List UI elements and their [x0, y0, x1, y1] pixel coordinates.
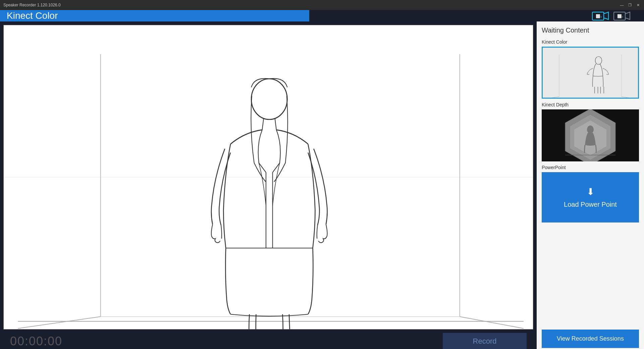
close-button[interactable]: ✕ [635, 2, 641, 8]
camera1-icon[interactable]: ⬜₁ [592, 10, 609, 21]
restore-button[interactable]: ❐ [627, 2, 633, 8]
kinect-color-label: Kinect Color [542, 39, 639, 45]
record-button[interactable]: Record [443, 333, 527, 349]
depth-hexagon [542, 109, 639, 161]
header-icons: ⬜₁ ⬜₂ [592, 10, 631, 21]
kinect-depth-section: Kinect Depth [542, 102, 639, 161]
kinect-depth-label: Kinect Depth [542, 102, 639, 107]
svg-marker-4 [625, 12, 630, 19]
app-title: Speaker Recorder 1.120.1026.0 [3, 3, 61, 7]
load-powerpoint-button[interactable]: ⬇ Load Power Point [542, 172, 639, 222]
video-display [3, 25, 533, 330]
window-controls: — ❐ ✕ [619, 2, 641, 8]
kinect-color-thumbnail [542, 47, 639, 99]
timer-display: 00:00:00 [10, 334, 436, 348]
svg-marker-1 [604, 12, 608, 19]
bottom-bar: 00:00:00 Record [3, 330, 533, 349]
camera2-icon[interactable]: ⬜₂ [613, 10, 631, 21]
title-bar: Speaker Recorder 1.120.1026.0 — ❐ ✕ [0, 0, 644, 10]
svg-rect-18 [543, 48, 638, 97]
minimize-button[interactable]: — [619, 2, 625, 8]
kinect-color-section: Kinect Color [542, 39, 639, 99]
svg-text:⬜₁: ⬜₁ [596, 14, 602, 18]
view-sessions-button[interactable]: View Recorded Sessions [542, 330, 639, 348]
svg-point-32 [587, 126, 594, 134]
powerpoint-section: PowerPoint ⬇ Load Power Point [542, 165, 639, 222]
main-content: 00:00:00 Record Waiting Content Kinect C… [0, 21, 644, 349]
waiting-content-title: Waiting Content [542, 27, 639, 34]
powerpoint-label: PowerPoint [542, 165, 639, 170]
page-title: Kinect Color [7, 10, 592, 21]
load-powerpoint-label: Load Power Point [564, 201, 617, 208]
app-container: Kinect Color ⬜₁ ⬜₂ [0, 10, 644, 349]
left-panel: 00:00:00 Record [0, 21, 537, 349]
header: Kinect Color ⬜₁ ⬜₂ [0, 10, 644, 21]
svg-text:⬜₂: ⬜₂ [617, 14, 623, 18]
right-panel: Waiting Content Kinect Color [537, 21, 644, 349]
kinect-depth-thumbnail [542, 109, 639, 161]
download-icon: ⬇ [587, 186, 594, 197]
